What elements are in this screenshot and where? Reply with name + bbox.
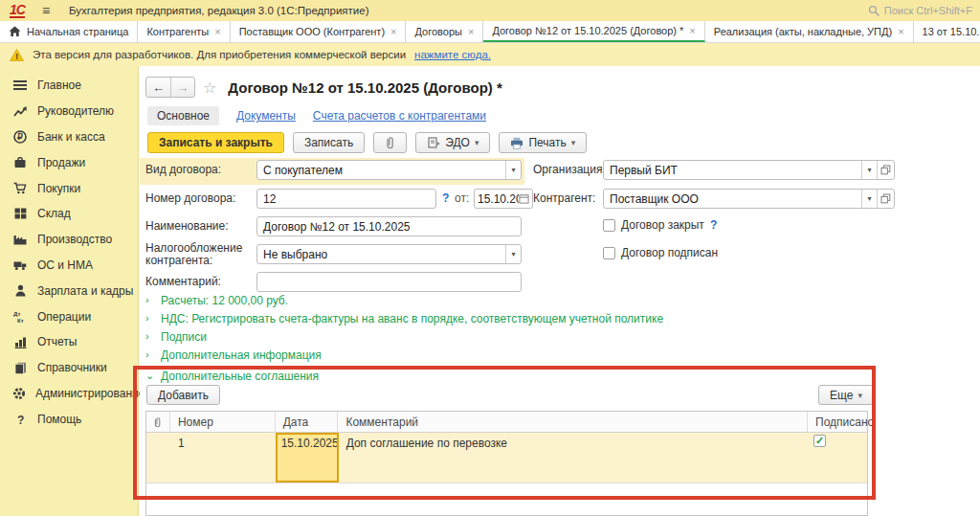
checkbox-unchecked[interactable] [603,219,615,232]
trend-icon [12,104,28,118]
tab-home[interactable]: Начальная страница [0,21,138,42]
1c-logo-icon: 1С [10,4,25,18]
sidebar-item-payroll-hr[interactable]: Зарплата и кадры [0,278,138,303]
comment-input[interactable] [256,272,522,292]
close-icon[interactable]: × [898,26,903,37]
tab-contract-12-active[interactable]: Договор №12 от 15.10.2025 (Договор) * × [483,21,704,42]
search-placeholder: Поиск Ctrl+Shift+F [884,5,972,16]
tab-label: Договор №12 от 15.10.2025 (Договор) * [492,25,683,36]
column-header-comment[interactable]: Комментарий [338,412,808,432]
closed-help-icon[interactable]: ? [710,218,717,232]
back-button[interactable]: ← [146,78,170,97]
more-button[interactable]: Еще▾ [818,385,874,405]
contract-kind-label: Вид договора: [145,163,221,176]
counterparty-select[interactable]: Поставщик ООО ▾ [603,189,895,209]
sidebar-item-reports[interactable]: Отчеты [0,329,138,355]
tab-sales-documents[interactable]: Реализация (акты, накладные, УПД) × [705,21,914,42]
sidebar-item-warehouse[interactable]: Склад [0,201,138,227]
factory-icon [12,233,28,246]
global-search[interactable]: Поиск Ctrl+Shift+F [868,5,974,17]
chevron-down-icon[interactable]: ▾ [505,245,521,263]
sidebar-item-main[interactable]: Главное [0,73,138,99]
sidebar-item-manager[interactable]: Руководителю [0,99,138,124]
tab-counterparty-card[interactable]: Поставщик ООО (Контрагент) × [231,21,407,42]
contract-signed-checkbox[interactable]: Договор подписан [603,246,718,259]
open-ref-icon[interactable] [877,190,894,208]
sidebar-item-fixed-assets[interactable]: ОС и НМА [0,253,138,279]
printer-icon [510,137,523,149]
contract-number-input[interactable]: 12 [256,189,436,209]
attachment-column-header[interactable] [146,412,170,432]
favorite-star-icon[interactable]: ☆ [203,79,216,97]
close-icon[interactable]: × [390,26,396,37]
column-header-date[interactable]: Дата [276,412,339,432]
section-settlements[interactable]: › Расчеты: 12 000,00 руб. [145,294,288,307]
checkbox-unchecked[interactable] [603,247,615,259]
buy-license-link[interactable]: нажмите сюда. [414,49,491,60]
chevron-down-icon[interactable]: ▾ [861,190,877,208]
forward-button[interactable]: → [170,78,194,97]
open-ref-icon[interactable] [877,161,894,179]
edo-icon [427,137,440,149]
sidebar-item-bank-cash[interactable]: ₽ Банк и касса [0,124,138,150]
contract-date-input[interactable]: 15.10.2025 [474,189,533,209]
print-button[interactable]: Печать▾ [499,132,587,153]
chevron-down-icon: ⌄ [145,370,154,383]
table-row[interactable]: 1 15.10.2025 Доп соглашение по перевозке… [146,433,867,483]
close-icon[interactable]: × [214,26,220,37]
attachments-button[interactable] [373,132,407,153]
nav-settlement-accounts[interactable]: Счета расчетов с контрагентами [313,109,486,123]
sidebar-item-label: Руководителю [37,104,114,118]
dtkt-icon: ДтКт [12,310,28,324]
taxation-select[interactable]: Не выбрано ▾ [256,244,522,264]
close-icon[interactable]: × [468,26,474,37]
save-and-close-button[interactable]: Записать и закрыть [147,132,284,153]
tab-label: 13 от 15.10.2025 (Договор) [923,26,980,37]
sidebar-item-sales[interactable]: Продажи [0,149,138,175]
contract-closed-checkbox[interactable]: Договор закрыт ? [603,218,717,232]
sidebar-item-help[interactable]: ? Помощь [0,406,138,432]
close-icon[interactable]: × [689,25,695,36]
date-cell-selected[interactable]: 15.10.2025 [276,433,339,482]
sidebar-item-production[interactable]: Производство [0,227,138,253]
section-signatures[interactable]: › Подписи [145,330,207,344]
nav-documents[interactable]: Документы [236,109,296,123]
tab-contracts[interactable]: Договоры × [406,21,483,42]
organization-select[interactable]: Первый БИТ ▾ [603,160,895,180]
form-toolbar: Записать и закрыть Записать ЭДО▾ Печать▾ [147,132,587,153]
checkbox-checked[interactable]: ✓ [813,435,826,447]
svg-text:₽: ₽ [17,132,23,142]
calendar-icon[interactable] [519,193,529,204]
sidebar-item-purchases[interactable]: Покупки [0,175,138,201]
name-input[interactable]: Договор №12 от 15.10.2025 [256,216,522,236]
add-agreement-button[interactable]: Добавить [146,385,220,405]
column-header-number[interactable]: Номер [170,412,276,432]
tab-counterparties[interactable]: Контрагенты × [138,21,230,42]
chevron-down-icon[interactable]: ▾ [861,161,877,179]
contract-kind-select[interactable]: С покупателем ▾ [256,160,522,180]
save-button[interactable]: Записать [293,132,365,153]
tab-label: Договоры [414,26,461,37]
tab-label: Реализация (акты, накладные, УПД) [714,26,892,37]
comment-cell[interactable]: Доп соглашение по перевозке [339,433,809,482]
column-header-signed[interactable]: Подписано [808,412,867,432]
title-bar: 1С ≡ Бухгалтерия предприятия, редакция 3… [0,0,980,21]
tab-contract-13[interactable]: 13 от 15.10.2025 (Договор) × [914,21,980,42]
attachment-cell[interactable] [146,433,170,482]
tab-label: Контрагенты [146,26,209,37]
edo-button[interactable]: ЭДО▾ [415,132,490,153]
number-cell[interactable]: 1 [170,433,276,482]
main-menu-icon[interactable]: ≡ [42,3,50,18]
sidebar-item-administration[interactable]: Администрирование [0,381,138,407]
sidebar-item-directories[interactable]: Справочники [0,355,138,381]
nav-main[interactable]: Основное [147,106,219,125]
section-additional-agreements[interactable]: ⌄ Дополнительные соглашения [145,370,319,383]
section-additional-info[interactable]: › Дополнительная информация [145,348,322,362]
chevron-down-icon: ▾ [571,138,576,147]
chevron-down-icon[interactable]: ▾ [505,161,521,179]
chevron-right-icon: › [145,312,154,325]
section-vat[interactable]: › НДС: Регистрировать счета-фактуры на а… [145,312,663,325]
number-help-icon[interactable]: ? [442,191,449,205]
signed-cell[interactable]: ✓ [808,433,867,482]
sidebar-item-operations[interactable]: ДтКт Операции [0,303,138,329]
